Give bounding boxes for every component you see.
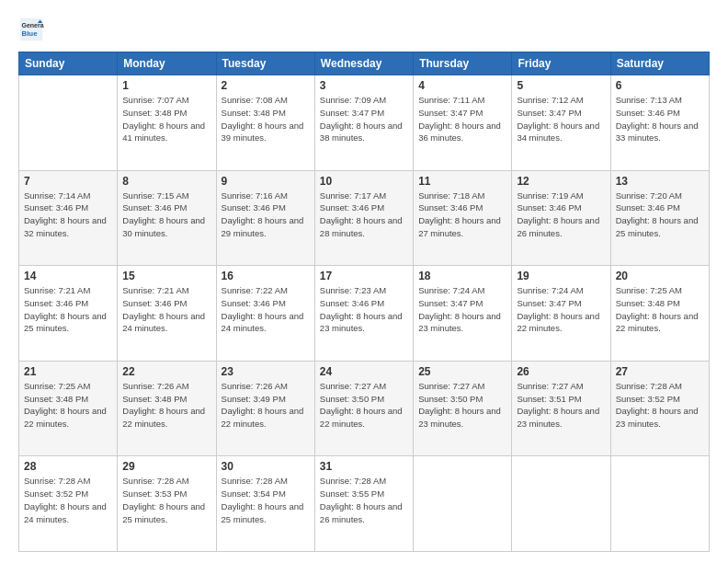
day-number: 8 xyxy=(122,175,210,188)
calendar-cell: 12Sunrise: 7:19 AMSunset: 3:46 PMDayligh… xyxy=(512,170,610,266)
day-number: 28 xyxy=(24,460,112,473)
calendar-cell xyxy=(512,456,610,552)
day-info: Sunrise: 7:26 AMSunset: 3:48 PMDaylight:… xyxy=(122,380,210,431)
day-info: Sunrise: 7:27 AMSunset: 3:50 PMDaylight:… xyxy=(320,380,408,431)
week-row-1: 7Sunrise: 7:14 AMSunset: 3:46 PMDaylight… xyxy=(19,170,710,266)
day-info: Sunrise: 7:07 AMSunset: 3:48 PMDaylight:… xyxy=(122,94,210,144)
day-info: Sunrise: 7:19 AMSunset: 3:46 PMDaylight:… xyxy=(517,190,605,240)
weekday-header-wednesday: Wednesday xyxy=(314,52,413,75)
calendar-cell: 29Sunrise: 7:28 AMSunset: 3:53 PMDayligh… xyxy=(118,456,216,552)
calendar-cell xyxy=(414,456,512,552)
calendar-cell: 2Sunrise: 7:08 AMSunset: 3:48 PMDaylight… xyxy=(216,75,314,171)
day-number: 9 xyxy=(222,175,310,188)
calendar-cell: 26Sunrise: 7:27 AMSunset: 3:51 PMDayligh… xyxy=(512,361,610,456)
calendar-cell: 20Sunrise: 7:25 AMSunset: 3:48 PMDayligh… xyxy=(610,266,709,362)
calendar-cell: 18Sunrise: 7:24 AMSunset: 3:47 PMDayligh… xyxy=(414,266,512,362)
logo: General Blue xyxy=(18,17,48,42)
day-number: 31 xyxy=(320,460,408,473)
day-number: 15 xyxy=(122,270,210,282)
week-row-3: 21Sunrise: 7:25 AMSunset: 3:48 PMDayligh… xyxy=(19,361,710,456)
day-info: Sunrise: 7:12 AMSunset: 3:47 PMDaylight:… xyxy=(517,94,605,144)
day-info: Sunrise: 7:25 AMSunset: 3:48 PMDaylight:… xyxy=(616,284,704,335)
day-number: 18 xyxy=(418,270,506,282)
calendar-table: SundayMondayTuesdayWednesdayThursdayFrid… xyxy=(18,52,710,552)
calendar-cell: 10Sunrise: 7:17 AMSunset: 3:46 PMDayligh… xyxy=(314,170,413,266)
day-info: Sunrise: 7:21 AMSunset: 3:46 PMDaylight:… xyxy=(122,284,210,335)
day-info: Sunrise: 7:24 AMSunset: 3:47 PMDaylight:… xyxy=(517,284,605,335)
day-number: 21 xyxy=(24,365,112,378)
day-info: Sunrise: 7:20 AMSunset: 3:46 PMDaylight:… xyxy=(616,190,704,240)
calendar-cell: 4Sunrise: 7:11 AMSunset: 3:47 PMDaylight… xyxy=(414,75,512,171)
day-info: Sunrise: 7:16 AMSunset: 3:46 PMDaylight:… xyxy=(222,190,310,240)
calendar-cell: 28Sunrise: 7:28 AMSunset: 3:52 PMDayligh… xyxy=(19,456,118,552)
day-info: Sunrise: 7:28 AMSunset: 3:54 PMDaylight:… xyxy=(222,475,310,525)
day-info: Sunrise: 7:21 AMSunset: 3:46 PMDaylight:… xyxy=(24,284,112,335)
day-number: 4 xyxy=(418,79,506,92)
day-info: Sunrise: 7:27 AMSunset: 3:50 PMDaylight:… xyxy=(418,380,506,431)
calendar-cell: 27Sunrise: 7:28 AMSunset: 3:52 PMDayligh… xyxy=(610,361,709,456)
week-row-4: 28Sunrise: 7:28 AMSunset: 3:52 PMDayligh… xyxy=(19,456,710,552)
day-info: Sunrise: 7:17 AMSunset: 3:46 PMDaylight:… xyxy=(320,190,408,240)
calendar-cell: 7Sunrise: 7:14 AMSunset: 3:46 PMDaylight… xyxy=(19,170,118,266)
calendar-cell: 3Sunrise: 7:09 AMSunset: 3:47 PMDaylight… xyxy=(314,75,413,171)
day-number: 24 xyxy=(320,365,408,378)
calendar-cell: 13Sunrise: 7:20 AMSunset: 3:46 PMDayligh… xyxy=(610,170,709,266)
day-number: 25 xyxy=(418,365,506,378)
calendar-body: 1Sunrise: 7:07 AMSunset: 3:48 PMDaylight… xyxy=(19,75,710,552)
calendar-cell: 24Sunrise: 7:27 AMSunset: 3:50 PMDayligh… xyxy=(314,361,413,456)
day-info: Sunrise: 7:28 AMSunset: 3:52 PMDaylight:… xyxy=(616,380,704,431)
calendar-header: SundayMondayTuesdayWednesdayThursdayFrid… xyxy=(19,52,710,75)
day-number: 6 xyxy=(616,79,704,92)
day-number: 26 xyxy=(517,365,605,378)
weekday-row: SundayMondayTuesdayWednesdayThursdayFrid… xyxy=(19,52,710,75)
day-number: 23 xyxy=(222,365,310,378)
calendar-cell xyxy=(19,75,118,171)
day-info: Sunrise: 7:25 AMSunset: 3:48 PMDaylight:… xyxy=(24,380,112,431)
day-number: 20 xyxy=(616,270,704,282)
calendar-cell xyxy=(610,456,709,552)
day-number: 27 xyxy=(616,365,704,378)
day-info: Sunrise: 7:13 AMSunset: 3:46 PMDaylight:… xyxy=(616,94,704,144)
calendar-cell: 8Sunrise: 7:15 AMSunset: 3:46 PMDaylight… xyxy=(118,170,216,266)
day-number: 3 xyxy=(320,79,408,92)
calendar-cell: 19Sunrise: 7:24 AMSunset: 3:47 PMDayligh… xyxy=(512,266,610,362)
calendar-cell: 15Sunrise: 7:21 AMSunset: 3:46 PMDayligh… xyxy=(118,266,216,362)
calendar-cell: 25Sunrise: 7:27 AMSunset: 3:50 PMDayligh… xyxy=(414,361,512,456)
weekday-header-thursday: Thursday xyxy=(414,52,512,75)
week-row-2: 14Sunrise: 7:21 AMSunset: 3:46 PMDayligh… xyxy=(19,266,710,362)
day-number: 2 xyxy=(222,79,310,92)
day-number: 10 xyxy=(320,175,408,188)
calendar-cell: 16Sunrise: 7:22 AMSunset: 3:46 PMDayligh… xyxy=(216,266,314,362)
day-number: 7 xyxy=(24,175,112,188)
day-number: 17 xyxy=(320,270,408,282)
weekday-header-sunday: Sunday xyxy=(19,52,118,75)
svg-text:General: General xyxy=(22,22,45,29)
day-info: Sunrise: 7:14 AMSunset: 3:46 PMDaylight:… xyxy=(24,190,112,240)
day-info: Sunrise: 7:08 AMSunset: 3:48 PMDaylight:… xyxy=(222,94,310,144)
calendar-cell: 1Sunrise: 7:07 AMSunset: 3:48 PMDaylight… xyxy=(118,75,216,171)
day-info: Sunrise: 7:28 AMSunset: 3:55 PMDaylight:… xyxy=(320,475,408,525)
day-number: 12 xyxy=(517,175,605,188)
weekday-header-monday: Monday xyxy=(118,52,216,75)
day-number: 13 xyxy=(616,175,704,188)
day-info: Sunrise: 7:18 AMSunset: 3:46 PMDaylight:… xyxy=(418,190,506,240)
day-number: 11 xyxy=(418,175,506,188)
calendar-cell: 17Sunrise: 7:23 AMSunset: 3:46 PMDayligh… xyxy=(314,266,413,362)
day-info: Sunrise: 7:26 AMSunset: 3:49 PMDaylight:… xyxy=(222,380,310,431)
day-info: Sunrise: 7:24 AMSunset: 3:47 PMDaylight:… xyxy=(418,284,506,335)
day-number: 14 xyxy=(24,270,112,282)
day-info: Sunrise: 7:23 AMSunset: 3:46 PMDaylight:… xyxy=(320,284,408,335)
calendar-cell: 5Sunrise: 7:12 AMSunset: 3:47 PMDaylight… xyxy=(512,75,610,171)
page: General Blue SundayMondayTuesdayWednesda… xyxy=(0,0,728,563)
day-number: 22 xyxy=(122,365,210,378)
calendar-cell: 23Sunrise: 7:26 AMSunset: 3:49 PMDayligh… xyxy=(216,361,314,456)
calendar-cell: 22Sunrise: 7:26 AMSunset: 3:48 PMDayligh… xyxy=(118,361,216,456)
weekday-header-friday: Friday xyxy=(512,52,610,75)
day-number: 30 xyxy=(222,460,310,473)
day-info: Sunrise: 7:09 AMSunset: 3:47 PMDaylight:… xyxy=(320,94,408,144)
day-number: 1 xyxy=(122,79,210,92)
day-info: Sunrise: 7:27 AMSunset: 3:51 PMDaylight:… xyxy=(517,380,605,431)
weekday-header-saturday: Saturday xyxy=(610,52,709,75)
day-info: Sunrise: 7:11 AMSunset: 3:47 PMDaylight:… xyxy=(418,94,506,144)
calendar-cell: 21Sunrise: 7:25 AMSunset: 3:48 PMDayligh… xyxy=(19,361,118,456)
